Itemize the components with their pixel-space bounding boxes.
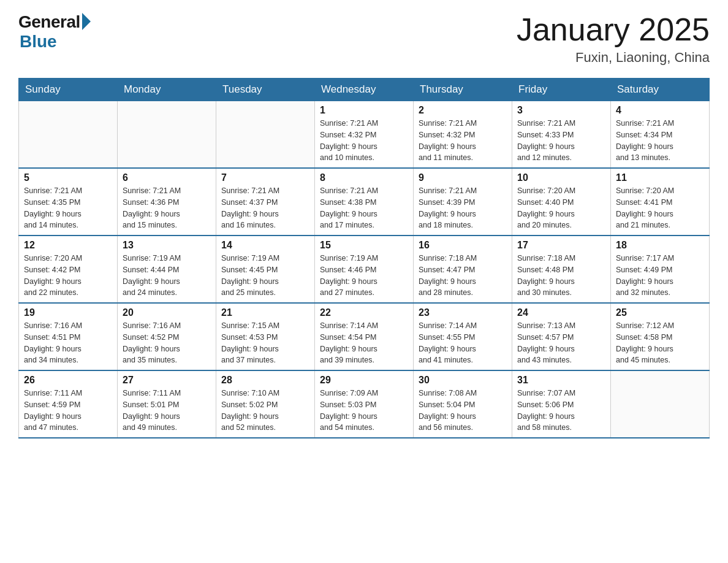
calendar-cell: 19Sunrise: 7:16 AMSunset: 4:51 PMDayligh… [19, 303, 118, 370]
calendar-cell: 10Sunrise: 7:20 AMSunset: 4:40 PMDayligh… [512, 168, 611, 236]
day-number: 11 [616, 172, 704, 183]
day-number: 17 [517, 240, 605, 251]
day-info: Sunrise: 7:20 AMSunset: 4:40 PMDaylight:… [517, 185, 605, 231]
calendar-body: 1Sunrise: 7:21 AMSunset: 4:32 PMDaylight… [19, 101, 710, 439]
calendar-cell: 24Sunrise: 7:13 AMSunset: 4:57 PMDayligh… [512, 303, 611, 370]
calendar-cell: 1Sunrise: 7:21 AMSunset: 4:32 PMDaylight… [315, 101, 414, 169]
calendar-cell: 13Sunrise: 7:19 AMSunset: 4:44 PMDayligh… [118, 236, 216, 303]
day-info: Sunrise: 7:16 AMSunset: 4:52 PMDaylight:… [123, 320, 211, 366]
calendar-cell: 7Sunrise: 7:21 AMSunset: 4:37 PMDaylight… [216, 168, 315, 236]
day-info: Sunrise: 7:15 AMSunset: 4:53 PMDaylight:… [221, 320, 309, 366]
day-info: Sunrise: 7:20 AMSunset: 4:42 PMDaylight:… [24, 253, 112, 299]
calendar-cell: 27Sunrise: 7:11 AMSunset: 5:01 PMDayligh… [118, 370, 216, 438]
calendar-week-row: 19Sunrise: 7:16 AMSunset: 4:51 PMDayligh… [19, 303, 710, 370]
day-number: 6 [123, 172, 211, 183]
day-info: Sunrise: 7:21 AMSunset: 4:32 PMDaylight:… [419, 118, 507, 164]
day-info: Sunrise: 7:19 AMSunset: 4:44 PMDaylight:… [123, 253, 211, 299]
day-number: 3 [517, 105, 605, 116]
day-info: Sunrise: 7:21 AMSunset: 4:36 PMDaylight:… [123, 185, 211, 231]
day-info: Sunrise: 7:07 AMSunset: 5:06 PMDaylight:… [517, 388, 605, 434]
day-info: Sunrise: 7:18 AMSunset: 4:47 PMDaylight:… [419, 253, 507, 299]
calendar-cell: 31Sunrise: 7:07 AMSunset: 5:06 PMDayligh… [512, 370, 611, 438]
day-info: Sunrise: 7:11 AMSunset: 5:01 PMDaylight:… [123, 388, 211, 434]
day-info: Sunrise: 7:21 AMSunset: 4:34 PMDaylight:… [616, 118, 704, 164]
page-header: General Blue January 2025 Fuxin, Liaonin… [18, 12, 710, 66]
day-of-week-header: Sunday [19, 79, 118, 101]
day-number: 22 [320, 307, 408, 318]
calendar-cell: 26Sunrise: 7:11 AMSunset: 4:59 PMDayligh… [19, 370, 118, 438]
day-info: Sunrise: 7:21 AMSunset: 4:37 PMDaylight:… [221, 185, 309, 231]
calendar-cell: 30Sunrise: 7:08 AMSunset: 5:04 PMDayligh… [414, 370, 512, 438]
day-info: Sunrise: 7:09 AMSunset: 5:03 PMDaylight:… [320, 388, 408, 434]
day-info: Sunrise: 7:10 AMSunset: 5:02 PMDaylight:… [221, 388, 309, 434]
calendar-cell [611, 370, 710, 438]
day-of-week-header: Monday [118, 79, 216, 101]
calendar-cell: 25Sunrise: 7:12 AMSunset: 4:58 PMDayligh… [611, 303, 710, 370]
day-number: 2 [419, 105, 507, 116]
day-info: Sunrise: 7:12 AMSunset: 4:58 PMDaylight:… [616, 320, 704, 366]
day-info: Sunrise: 7:19 AMSunset: 4:46 PMDaylight:… [320, 253, 408, 299]
calendar-cell [19, 101, 118, 169]
day-info: Sunrise: 7:21 AMSunset: 4:32 PMDaylight:… [320, 118, 408, 164]
day-number: 16 [419, 240, 507, 251]
calendar-subtitle: Fuxin, Liaoning, China [517, 50, 710, 66]
day-info: Sunrise: 7:08 AMSunset: 5:04 PMDaylight:… [419, 388, 507, 434]
day-number: 21 [221, 307, 309, 318]
day-number: 7 [221, 172, 309, 183]
day-number: 1 [320, 105, 408, 116]
day-number: 8 [320, 172, 408, 183]
day-number: 19 [24, 307, 112, 318]
calendar-cell: 18Sunrise: 7:17 AMSunset: 4:49 PMDayligh… [611, 236, 710, 303]
calendar-cell: 9Sunrise: 7:21 AMSunset: 4:39 PMDaylight… [414, 168, 512, 236]
day-number: 14 [221, 240, 309, 251]
calendar-cell: 8Sunrise: 7:21 AMSunset: 4:38 PMDaylight… [315, 168, 414, 236]
calendar-cell [216, 101, 315, 169]
calendar-cell: 23Sunrise: 7:14 AMSunset: 4:55 PMDayligh… [414, 303, 512, 370]
calendar-week-row: 5Sunrise: 7:21 AMSunset: 4:35 PMDaylight… [19, 168, 710, 236]
day-info: Sunrise: 7:21 AMSunset: 4:35 PMDaylight:… [24, 185, 112, 231]
day-number: 9 [419, 172, 507, 183]
calendar-week-row: 26Sunrise: 7:11 AMSunset: 4:59 PMDayligh… [19, 370, 710, 438]
calendar-cell: 11Sunrise: 7:20 AMSunset: 4:41 PMDayligh… [611, 168, 710, 236]
calendar-cell: 29Sunrise: 7:09 AMSunset: 5:03 PMDayligh… [315, 370, 414, 438]
day-number: 26 [24, 375, 112, 386]
calendar-cell: 6Sunrise: 7:21 AMSunset: 4:36 PMDaylight… [118, 168, 216, 236]
day-of-week-header: Friday [512, 79, 611, 101]
day-number: 13 [123, 240, 211, 251]
day-number: 29 [320, 375, 408, 386]
day-number: 30 [419, 375, 507, 386]
calendar-cell: 16Sunrise: 7:18 AMSunset: 4:47 PMDayligh… [414, 236, 512, 303]
calendar-cell: 3Sunrise: 7:21 AMSunset: 4:33 PMDaylight… [512, 101, 611, 169]
day-info: Sunrise: 7:20 AMSunset: 4:41 PMDaylight:… [616, 185, 704, 231]
title-block: January 2025 Fuxin, Liaoning, China [517, 12, 710, 66]
calendar-cell: 17Sunrise: 7:18 AMSunset: 4:48 PMDayligh… [512, 236, 611, 303]
day-number: 25 [616, 307, 704, 318]
calendar-cell: 14Sunrise: 7:19 AMSunset: 4:45 PMDayligh… [216, 236, 315, 303]
day-info: Sunrise: 7:11 AMSunset: 4:59 PMDaylight:… [24, 388, 112, 434]
day-number: 15 [320, 240, 408, 251]
day-info: Sunrise: 7:21 AMSunset: 4:38 PMDaylight:… [320, 185, 408, 231]
logo-arrow-icon [82, 13, 91, 30]
calendar-cell: 5Sunrise: 7:21 AMSunset: 4:35 PMDaylight… [19, 168, 118, 236]
day-number: 10 [517, 172, 605, 183]
day-number: 4 [616, 105, 704, 116]
day-info: Sunrise: 7:16 AMSunset: 4:51 PMDaylight:… [24, 320, 112, 366]
day-of-week-header: Saturday [611, 79, 710, 101]
day-number: 24 [517, 307, 605, 318]
day-info: Sunrise: 7:14 AMSunset: 4:55 PMDaylight:… [419, 320, 507, 366]
day-info: Sunrise: 7:21 AMSunset: 4:33 PMDaylight:… [517, 118, 605, 164]
calendar-cell: 28Sunrise: 7:10 AMSunset: 5:02 PMDayligh… [216, 370, 315, 438]
day-of-week-header: Wednesday [315, 79, 414, 101]
calendar-week-row: 1Sunrise: 7:21 AMSunset: 4:32 PMDaylight… [19, 101, 710, 169]
logo: General Blue [18, 12, 91, 52]
day-info: Sunrise: 7:19 AMSunset: 4:45 PMDaylight:… [221, 253, 309, 299]
header-row: SundayMondayTuesdayWednesdayThursdayFrid… [19, 79, 710, 101]
day-info: Sunrise: 7:14 AMSunset: 4:54 PMDaylight:… [320, 320, 408, 366]
day-info: Sunrise: 7:13 AMSunset: 4:57 PMDaylight:… [517, 320, 605, 366]
calendar-title: January 2025 [517, 12, 710, 47]
day-number: 20 [123, 307, 211, 318]
calendar-week-row: 12Sunrise: 7:20 AMSunset: 4:42 PMDayligh… [19, 236, 710, 303]
calendar-cell: 4Sunrise: 7:21 AMSunset: 4:34 PMDaylight… [611, 101, 710, 169]
calendar-header: SundayMondayTuesdayWednesdayThursdayFrid… [19, 79, 710, 101]
day-number: 18 [616, 240, 704, 251]
